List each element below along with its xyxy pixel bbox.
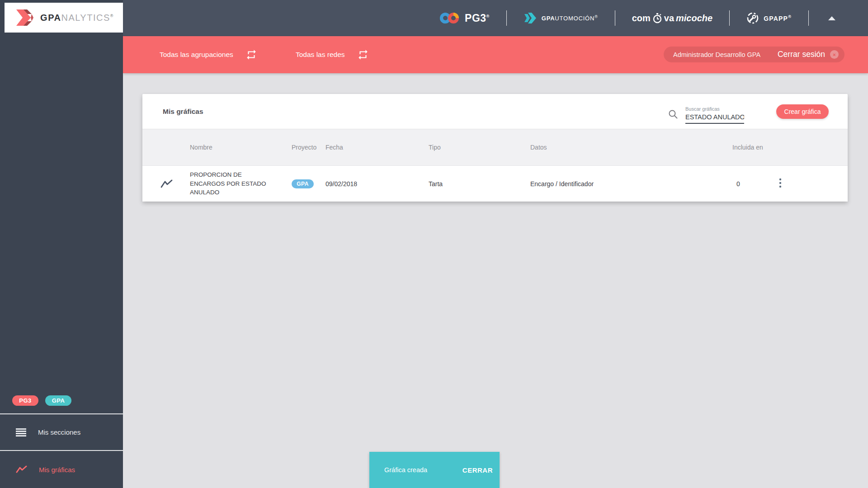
sidebar-bottom-menu: PG3 GPA Mis secciones Mis gráficas [0,395,123,488]
sidebar-item-label: Mis gráficas [39,466,75,474]
pg3-infinity-icon [439,11,460,25]
filter-bar: Todas las agrupaciones Todas las redes A… [123,36,868,73]
gpaapp-logo[interactable]: GPAPP® [746,12,792,24]
logout-label: Cerrar sesión [778,50,825,59]
user-name: Administrador Desarrollo GPA [673,51,778,58]
header-divider [506,10,507,26]
included-in-value: 0 [732,180,740,188]
gpanalytics-logo[interactable]: GPANALYTICS® [5,3,123,33]
search-icon [668,109,678,119]
gpaapp-wrench-gauge-icon [746,12,759,24]
repeat-icon [357,49,369,61]
pg3-logo[interactable]: PG3® [439,11,490,25]
project-badge: GPA [292,179,314,188]
app-window: GPANALYTICS® PG3 GPA Mis secciones [0,0,868,488]
included-in-cell: 0 [732,180,776,188]
gpanalytics-logo-text: GPANALYTICS® [40,13,114,23]
networks-filter-label[interactable]: Todas las redes [296,51,345,59]
top-header: PG3® GPAUTOMOCIÓN® com vamicoche [123,0,868,36]
chevron-up-icon [828,16,835,20]
logout-close-icon: × [830,50,839,59]
sidebar-badges: PG3 GPA [0,395,123,413]
row-type-icon-cell [142,179,190,189]
groupings-filter-label[interactable]: Todas las agrupaciones [160,51,233,59]
header-cell-nombre: Nombre [190,144,292,151]
pg3-label: PG3® [465,12,490,24]
swap-networks-button[interactable] [357,49,369,61]
chart-name: PROPORCION DE ENCARGOS POR ESTADO ANULAD… [190,170,272,197]
networks-filter: Todas las redes [296,36,369,73]
header-cell-proyecto: Proyecto [292,144,326,151]
gpanalytics-logo-icon [14,8,36,28]
search-field: Buscar gráficas [685,106,744,124]
panel-header: Mis gráficas Buscar gráficas Crear gráfi… [142,94,848,129]
chart-name-cell: PROPORCION DE ENCARGOS POR ESTADO ANULAD… [190,170,292,197]
gpautomocion-arrow-icon [524,11,537,25]
user-session-pill: Administrador Desarrollo GPA Cerrar sesi… [664,47,844,62]
gpautomocion-label: GPAUTOMOCIÓN® [542,14,598,22]
badge-pg3[interactable]: PG3 [12,395,38,406]
header-cell-tipo: Tipo [429,144,530,151]
header-cell-datos: Datos [530,144,732,151]
sidebar-item-label: Mis secciones [38,428,80,436]
header-cell-incluida-en: Incluida en [732,144,776,151]
search-input[interactable] [685,113,744,124]
data-cell: Encargo / Identificador [530,180,732,188]
line-chart-icon [16,465,27,474]
gpautomocion-logo[interactable]: GPAUTOMOCIÓN® [524,11,598,25]
sidebar-item-mis-graficas[interactable]: Mis gráficas [0,451,123,488]
line-chart-icon [160,179,173,189]
type-cell: Tarta [429,180,530,188]
snackbar-message: Gráfica creada [384,466,427,474]
actions-cell [776,176,848,191]
table-header-row: Nombre Proyecto Fecha Tipo Datos Incluid… [142,129,848,166]
row-menu-button[interactable] [776,176,784,191]
groupings-filter: Todas las agrupaciones [160,36,257,73]
my-charts-panel: Mis gráficas Buscar gráficas Crear gráfi… [142,94,848,202]
compravamicoche-label: com vamicoche [632,13,713,23]
table-row[interactable]: PROPORCION DE ENCARGOS POR ESTADO ANULAD… [142,166,848,202]
logout-button[interactable]: Cerrar sesión × [778,50,839,59]
swap-groupings-button[interactable] [245,49,257,61]
header-divider [615,10,615,26]
compravamicoche-logo[interactable]: com vamicoche [632,13,713,23]
search-field-label: Buscar gráficas [685,106,744,112]
date-cell: 09/02/2018 [326,180,429,188]
sidebar: GPANALYTICS® PG3 GPA Mis secciones [0,0,123,488]
project-cell: GPA [292,179,326,188]
search-button[interactable] [668,109,678,121]
badge-gpa[interactable]: GPA [45,395,71,406]
kebab-menu-icon [779,178,782,188]
sections-list-icon [16,428,26,436]
create-chart-button[interactable]: Crear gráfica [776,104,829,119]
snackbar: Gráfica creada CERRAR [369,452,500,488]
collapse-header-button[interactable] [826,12,838,24]
header-cell-fecha: Fecha [326,144,429,151]
gpaapp-label: GPAPP® [764,14,792,22]
snackbar-close-button[interactable]: CERRAR [462,466,493,474]
repeat-icon [245,49,257,61]
header-divider [808,10,809,26]
stopwatch-icon [652,13,662,23]
sidebar-item-mis-secciones[interactable]: Mis secciones [0,414,123,450]
header-divider [729,10,730,26]
panel-title: Mis gráficas [163,108,203,116]
search-area: Buscar gráficas [668,94,744,129]
